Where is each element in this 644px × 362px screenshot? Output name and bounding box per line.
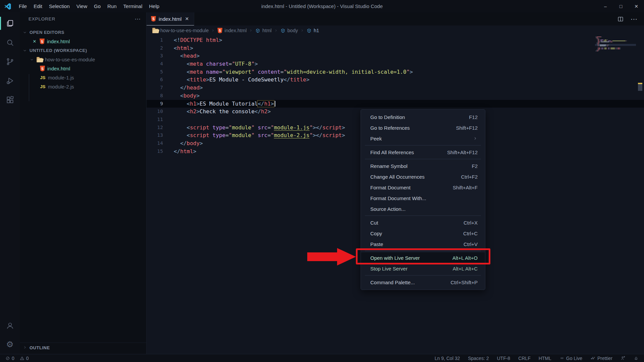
- tab-label: index.html: [159, 16, 181, 22]
- split-editor-icon[interactable]: [617, 16, 624, 22]
- menu-item-shortcut: Ctrl+X: [464, 220, 478, 226]
- status-label: UTF-8: [497, 356, 510, 361]
- overview-scrollbar-slider[interactable]: [638, 84, 642, 91]
- menu-item-label: Paste: [370, 241, 383, 247]
- code-line-8: 8 <body>: [147, 92, 644, 100]
- tree-folder-how-to-use-es-module[interactable]: how-to-use-es-module: [20, 55, 146, 64]
- breadcrumb-item-body[interactable]: body: [280, 28, 298, 33]
- minimap-line: [596, 45, 635, 45]
- menu-item-paste[interactable]: PasteCtrl+V: [361, 239, 485, 249]
- account-icon: [6, 321, 14, 330]
- activitybar-account[interactable]: [0, 316, 20, 335]
- sidebar-more-actions-icon[interactable]: ⋯: [135, 15, 141, 22]
- menu-item-cut[interactable]: CutCtrl+X: [361, 217, 485, 228]
- activitybar-extensions[interactable]: [0, 90, 20, 109]
- menu-item-copy[interactable]: CopyCtrl+C: [361, 228, 485, 239]
- line-number: 7: [147, 84, 163, 92]
- tree-item-module-1-js[interactable]: JSmodule-1.js: [20, 73, 146, 82]
- status-spaces-2[interactable]: Spaces: 2: [468, 356, 489, 361]
- breadcrumb-label: h1: [314, 28, 319, 33]
- line-number: 13: [147, 131, 163, 139]
- outline-section[interactable]: OUTLINE: [20, 343, 146, 353]
- breadcrumb-item-how-to-use-es-module[interactable]: how-to-use-es-module: [152, 28, 209, 33]
- line-number: 8: [147, 92, 163, 100]
- breadcrumb-label: how-to-use-es-module: [160, 28, 209, 33]
- maximize-button[interactable]: □: [613, 0, 629, 12]
- line-number: 9: [147, 100, 163, 108]
- menu-item-shortcut: Ctrl+F2: [461, 174, 478, 180]
- minimap-line: [596, 43, 635, 43]
- status-feedback[interactable]: [621, 356, 626, 361]
- minimize-button[interactable]: –: [598, 0, 613, 12]
- status-prettier[interactable]: ✓✓Prettier: [590, 356, 612, 361]
- status-html[interactable]: HTML: [539, 356, 551, 361]
- breadcrumb-item-index-html[interactable]: 5index.html: [217, 28, 247, 34]
- line-content: <h2>Check the console</h2>: [174, 108, 271, 116]
- line-content: </html>: [174, 147, 196, 156]
- menubar-item-run[interactable]: Run: [104, 0, 120, 12]
- activitybar-run-and-debug[interactable]: [0, 71, 20, 90]
- minimap-line: [596, 42, 635, 42]
- status-go-live[interactable]: Go Live: [559, 356, 582, 361]
- status-label: Go Live: [566, 356, 582, 361]
- tree-item-index-html[interactable]: 5index.html: [20, 64, 146, 73]
- section-workspace[interactable]: UNTITLED (WORKSPACE): [20, 46, 146, 55]
- menu-item-shortcut: F12: [469, 114, 478, 120]
- error-icon: [5, 356, 10, 361]
- menu-item-source-action[interactable]: Source Action...: [361, 203, 485, 214]
- menubar-item-terminal[interactable]: Terminal: [120, 0, 146, 12]
- problems-status[interactable]: 00: [5, 356, 29, 361]
- status-utf-8[interactable]: UTF-8: [497, 356, 510, 361]
- breadcrumb-item-h1[interactable]: h1: [307, 28, 319, 33]
- status-warning-count[interactable]: 0: [20, 356, 29, 361]
- breadcrumb-item-html[interactable]: html: [255, 28, 271, 33]
- submenu-arrow-icon: [473, 136, 478, 141]
- menubar-item-file[interactable]: File: [15, 0, 30, 12]
- tab-close-icon[interactable]: ✕: [184, 16, 190, 21]
- tree-item-module-2-js[interactable]: JSmodule-2.js: [20, 82, 146, 91]
- line-number: 15: [147, 147, 163, 156]
- activitybar-search[interactable]: [0, 33, 20, 52]
- menubar-item-selection[interactable]: Selection: [46, 0, 73, 12]
- code-line-1: 1<!DOCTYPE html>: [147, 36, 644, 44]
- status-crlf[interactable]: CRLF: [518, 356, 531, 361]
- line-number: 3: [147, 52, 163, 60]
- activitybar-explorer[interactable]: [0, 14, 20, 33]
- close-editor-icon[interactable]: ✕: [32, 39, 37, 44]
- tab-index-html[interactable]: 5 index.html ✕: [147, 12, 194, 25]
- breadcrumb-label: html: [262, 28, 271, 33]
- menu-item-peek[interactable]: Peek: [361, 133, 485, 144]
- menu-item-go-to-definition[interactable]: Go to DefinitionF12: [361, 112, 485, 122]
- status-ln-9-col-32[interactable]: Ln 9, Col 32: [435, 356, 460, 361]
- line-number: 11: [147, 116, 163, 124]
- menu-item-stop-live-server[interactable]: Stop Live ServerAlt+L Alt+C: [361, 263, 485, 274]
- editor-more-actions-icon[interactable]: ⋯: [631, 15, 637, 23]
- menu-item-format-document[interactable]: Format DocumentShift+Alt+F: [361, 182, 485, 193]
- menubar-item-view[interactable]: View: [73, 0, 91, 12]
- status-bell[interactable]: [634, 356, 639, 361]
- menubar-item-help[interactable]: Help: [146, 0, 163, 12]
- menu-item-find-all-references[interactable]: Find All ReferencesShift+Alt+F12: [361, 147, 485, 158]
- minimap[interactable]: [596, 37, 635, 52]
- menu-item-go-to-references[interactable]: Go to ReferencesShift+F12: [361, 122, 485, 133]
- annotation-red-arrow: [307, 252, 338, 261]
- close-button[interactable]: ✕: [629, 0, 644, 12]
- menu-item-shortcut: Ctrl+Shift+P: [450, 280, 478, 285]
- chevron-right-icon: [249, 28, 253, 33]
- status-error-count[interactable]: 0: [5, 356, 14, 361]
- menu-separator: [365, 275, 481, 276]
- menu-item-label: Change All Occurrences: [370, 174, 425, 180]
- activitybar-source-control[interactable]: [0, 52, 20, 71]
- menu-item-rename-symbol[interactable]: Rename SymbolF2: [361, 161, 485, 171]
- menubar-item-edit[interactable]: Edit: [30, 0, 46, 12]
- menubar-item-go[interactable]: Go: [91, 0, 104, 12]
- section-open-editors[interactable]: OPEN EDITORS: [20, 28, 146, 37]
- menu-item-format-document-with[interactable]: Format Document With...: [361, 193, 485, 203]
- explorer-sidebar: EXPLORER ⋯ OPEN EDITORS✕5index.htmlUNTIT…: [20, 12, 147, 354]
- line-content: <script type="module" src="module-2.js">…: [174, 131, 345, 139]
- overview-ruler[interactable]: [638, 83, 642, 91]
- menu-item-command-palette[interactable]: Command Palette...Ctrl+Shift+P: [361, 277, 485, 288]
- menu-item-change-all-occurrences[interactable]: Change All OccurrencesCtrl+F2: [361, 171, 485, 182]
- open-editor-index-html[interactable]: ✕5index.html: [20, 37, 146, 46]
- activitybar-settings[interactable]: ⚙: [0, 335, 20, 354]
